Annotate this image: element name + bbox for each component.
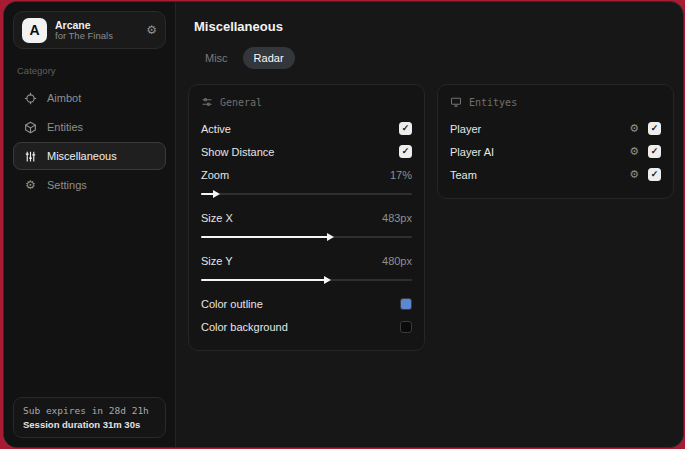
- entities-panel-header: Entityes: [450, 96, 661, 108]
- slider-row-size-y: Size Y 480px: [201, 249, 412, 272]
- sidebar-item-entities[interactable]: Entities: [13, 113, 166, 141]
- color-label: Color background: [201, 321, 288, 333]
- sidebar-item-aimbot[interactable]: Aimbot: [13, 84, 166, 112]
- panels-row: General Active Show Distance Zoom 17%: [188, 84, 674, 351]
- tab-bar: Misc Radar: [194, 47, 674, 69]
- slider-value: 480px: [382, 255, 412, 267]
- player-ai-checkbox[interactable]: [648, 145, 661, 158]
- entity-label: Player: [450, 123, 481, 135]
- sidebar-item-miscellaneous[interactable]: Miscellaneous: [13, 142, 166, 170]
- color-row-outline: Color outline: [201, 292, 412, 315]
- sidebar-item-settings[interactable]: ⚙ Settings: [13, 171, 166, 199]
- general-panel-title: General: [220, 97, 262, 108]
- color-outline-swatch[interactable]: [400, 298, 412, 310]
- general-panel-header: General: [201, 96, 412, 108]
- app-window: A Arcane for The Finals ⚙ Category Aimbo…: [3, 1, 684, 448]
- color-background-swatch[interactable]: [400, 321, 412, 333]
- sliders-icon: [24, 150, 37, 163]
- toggle-label: Show Distance: [201, 146, 274, 158]
- gear-icon: ⚙: [24, 178, 37, 192]
- slider-fill: [201, 236, 328, 238]
- entity-row-player-ai: Player AI ⚙: [450, 140, 661, 163]
- brand-subtitle: for The Finals: [55, 31, 113, 42]
- active-checkbox[interactable]: [399, 122, 412, 135]
- category-label: Category: [17, 65, 162, 76]
- size-x-slider[interactable]: [201, 236, 412, 238]
- team-checkbox[interactable]: [648, 168, 661, 181]
- slider-row-zoom: Zoom 17%: [201, 163, 412, 186]
- slider-thumb[interactable]: [324, 276, 331, 284]
- player-checkbox[interactable]: [648, 122, 661, 135]
- slider-label: Size X: [201, 212, 233, 224]
- entity-label: Player AI: [450, 146, 494, 158]
- toggle-label: Active: [201, 123, 231, 135]
- brand-gear-icon[interactable]: ⚙: [146, 23, 157, 37]
- sidebar-item-label: Miscellaneous: [47, 150, 117, 162]
- size-y-slider[interactable]: [201, 279, 412, 281]
- entity-controls: ⚙: [629, 122, 661, 135]
- monitor-icon: [450, 96, 462, 108]
- toggle-row-active: Active: [201, 117, 412, 140]
- tune-icon: [201, 96, 213, 108]
- slider-value: 483px: [382, 212, 412, 224]
- gear-icon[interactable]: ⚙: [629, 122, 639, 135]
- sidebar: A Arcane for The Finals ⚙ Category Aimbo…: [4, 2, 176, 447]
- subscription-card: Sub expires in 28d 21h Session duration …: [13, 397, 166, 438]
- zoom-slider[interactable]: [201, 193, 412, 195]
- brand-text: Arcane for The Finals: [55, 19, 113, 42]
- sidebar-item-label: Settings: [47, 179, 87, 191]
- slider-thumb[interactable]: [327, 233, 334, 241]
- page-title: Miscellaneous: [194, 19, 674, 34]
- entity-controls: ⚙: [629, 145, 661, 158]
- entity-controls: ⚙: [629, 168, 661, 181]
- slider-label: Size Y: [201, 255, 233, 267]
- color-row-background: Color background: [201, 315, 412, 338]
- entity-label: Team: [450, 169, 477, 181]
- gear-icon[interactable]: ⚙: [629, 168, 639, 181]
- slider-label: Zoom: [201, 169, 229, 181]
- slider-fill: [201, 279, 325, 281]
- main-content: Miscellaneous Misc Radar General Active: [176, 2, 684, 447]
- cube-icon: [24, 121, 37, 134]
- session-duration-text: Session duration 31m 30s: [23, 419, 156, 430]
- slider-row-size-x: Size X 483px: [201, 206, 412, 229]
- color-label: Color outline: [201, 298, 263, 310]
- sub-expiry-text: Sub expires in 28d 21h: [23, 405, 156, 416]
- toggle-row-show-distance: Show Distance: [201, 140, 412, 163]
- brand-card: A Arcane for The Finals ⚙: [13, 11, 166, 49]
- sidebar-item-label: Aimbot: [47, 92, 81, 104]
- general-panel: General Active Show Distance Zoom 17%: [188, 84, 425, 351]
- slider-value: 17%: [390, 169, 412, 181]
- tab-radar[interactable]: Radar: [243, 47, 295, 69]
- tab-misc[interactable]: Misc: [194, 47, 239, 69]
- sidebar-item-label: Entities: [47, 121, 83, 133]
- brand-logo: A: [22, 18, 47, 43]
- show-distance-checkbox[interactable]: [399, 145, 412, 158]
- entity-row-team: Team ⚙: [450, 163, 661, 186]
- entities-panel: Entityes Player ⚙ Player AI ⚙: [437, 84, 674, 199]
- slider-thumb[interactable]: [213, 190, 220, 198]
- gear-icon[interactable]: ⚙: [629, 145, 639, 158]
- crosshair-icon: [24, 92, 37, 105]
- entities-panel-title: Entityes: [469, 97, 517, 108]
- brand-title: Arcane: [55, 19, 113, 31]
- entity-row-player: Player ⚙: [450, 117, 661, 140]
